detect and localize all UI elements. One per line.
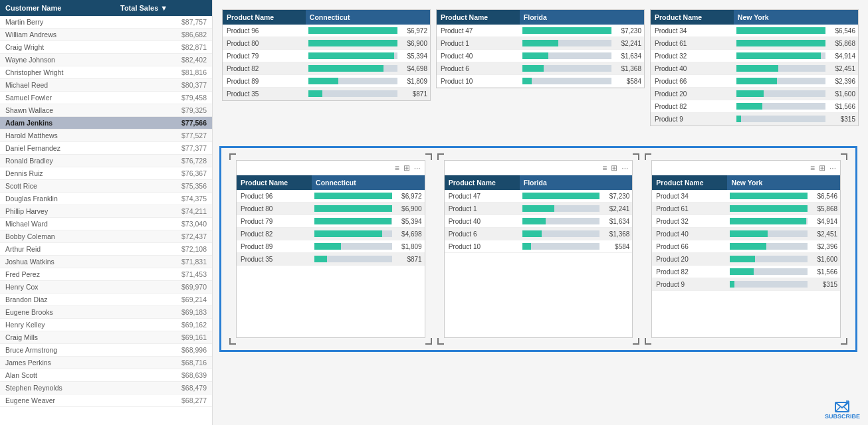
product-value: $1,368 [599,230,629,238]
customer-row[interactable]: Michael Ward$73,040 [0,218,212,230]
product-name-cell: Product 96 [237,190,312,203]
customer-row[interactable]: Martin Berry$87,757 [0,16,212,29]
customer-row[interactable]: Wayne Johnson$82,402 [0,54,212,66]
product-row: Product 80$6,900 [237,203,425,215]
customer-name-cell: Shawn Wallace [0,104,115,117]
bar-fill [730,218,806,224]
customer-row[interactable]: Adam Jenkins$77,566 [0,117,212,129]
customer-row[interactable]: Craig Mills$69,161 [0,331,212,344]
hamburger-icon[interactable]: ≡ [602,163,607,173]
product-row: Product 96$6,972 [223,25,430,37]
customer-row[interactable]: Daniel Fernandez$77,377 [0,142,212,155]
product-row: Product 66$2,396 [652,240,840,253]
customer-row[interactable]: Christopher Wright$81,816 [0,66,212,79]
image-icon[interactable]: ⊞ [819,163,825,173]
product-bar-cell: $6,546 [727,190,840,203]
customer-sales-cell: $74,375 [115,193,212,205]
product-value: $1,634 [611,52,641,60]
hamburger-icon[interactable]: ≡ [810,163,815,173]
customer-row[interactable]: Bobby Coleman$72,437 [0,230,212,243]
customer-row[interactable]: Stephen Reynolds$68,479 [0,382,212,394]
customer-row[interactable]: Dennis Ruiz$76,367 [0,167,212,180]
product-value: $315 [825,116,855,123]
bar-fill [522,230,542,237]
product-row: Product 35$871 [237,253,425,266]
product-row: Product 20$1,600 [651,88,858,100]
product-value: $6,900 [392,205,422,212]
customer-name-cell: Ronald Bradley [0,155,115,167]
product-row: Product 47$7,230 [445,190,633,203]
customer-row[interactable]: Henry Cox$69,970 [0,281,212,294]
customer-row[interactable]: Craig Wright$82,871 [0,41,212,54]
customer-row[interactable]: Eugene Weaver$68,277 [0,394,212,407]
customer-row[interactable]: Phillip Harvey$74,211 [0,205,212,218]
bar-fill [522,205,554,212]
col2-header: Florida [520,10,644,25]
customer-row[interactable]: Eugene Brooks$69,183 [0,306,212,319]
product-name-cell: Product 61 [652,203,727,215]
customer-sales-cell: $72,108 [115,243,212,256]
customer-row[interactable]: Alan Scott$68,639 [0,369,212,382]
bar-fill [522,27,611,34]
product-row: Product 40$2,451 [651,62,858,75]
customer-row[interactable]: Michael Reed$80,377 [0,79,212,92]
product-name-cell: Product 10 [445,240,520,253]
product-bar-cell: $1,368 [520,228,633,240]
bar-fill [522,193,600,199]
customer-row[interactable]: Samuel Fowler$79,458 [0,92,212,104]
customer-row[interactable]: Harold Matthews$77,527 [0,129,212,142]
bar-background [554,205,599,212]
bar-background [542,230,600,237]
customer-row[interactable]: Brandon Diaz$69,214 [0,294,212,306]
bar-fill [736,116,741,122]
product-data-table: Product NameFloridaProduct 47$7,230Produ… [437,10,644,88]
customer-row[interactable]: Ronald Bradley$76,728 [0,155,212,167]
bar-fill [522,65,544,72]
product-row: Product 6$1,368 [445,228,633,240]
product-bar-cell: $6,900 [312,203,425,215]
customer-row[interactable]: Joshua Watkins$71,831 [0,256,212,268]
product-value: $4,914 [825,52,855,60]
image-icon[interactable]: ⊞ [611,163,617,173]
product-bar-cell: $584 [520,75,644,88]
product-value: $5,394 [397,52,427,60]
customer-row[interactable]: Arthur Reid$72,108 [0,243,212,256]
customer-name-cell: Arthur Reid [0,243,115,256]
subscribe-label: SUBSCRIBE [825,413,860,420]
product-bar-cell: $1,600 [734,88,858,100]
customer-name-cell: Bobby Coleman [0,230,115,243]
bar-background [327,256,391,262]
product-value: $584 [611,78,641,85]
customer-sales-cell: $69,214 [115,294,212,306]
customer-sales-cell: $68,277 [115,394,212,407]
customer-sales-cell: $86,682 [115,29,212,41]
more-options-icon[interactable]: ··· [621,163,628,173]
customer-row[interactable]: Henry Kelley$69,162 [0,319,212,331]
image-icon[interactable]: ⊞ [403,163,410,173]
customer-row[interactable]: Shawn Wallace$79,325 [0,104,212,117]
bar-fill [736,27,825,34]
customer-row[interactable]: Douglas Franklin$74,375 [0,193,212,205]
customer-row[interactable]: Bruce Armstrong$68,996 [0,344,212,357]
customer-row[interactable]: Fred Perez$71,453 [0,268,212,281]
product-name-cell: Product 82 [651,100,734,113]
product-name-cell: Product 32 [651,50,734,62]
bar-fill [308,40,397,46]
hamburger-icon[interactable]: ≡ [395,163,399,173]
product-value: $871 [397,90,427,98]
customer-name-cell: Martin Berry [0,16,115,29]
customer-row[interactable]: James Perkins$68,716 [0,357,212,369]
widget-toolbar: ≡⊞··· [652,161,840,175]
product-bar-cell: $2,451 [727,228,840,240]
product-bar-cell: $4,698 [306,62,430,75]
customer-row[interactable]: Scott Rice$75,356 [0,180,212,193]
total-sales-header: Total Sales ▼ [115,0,212,16]
product-value: $6,546 [808,193,837,200]
corner-mark-tl [437,153,444,160]
subscribe-button[interactable]: SUBSCRIBE [825,400,860,420]
more-options-icon[interactable]: ··· [829,163,836,173]
more-options-icon[interactable]: ··· [414,163,421,173]
product-value: $1,368 [611,65,641,72]
customer-sales-cell: $71,453 [115,268,212,281]
customer-row[interactable]: William Andrews$86,682 [0,29,212,41]
